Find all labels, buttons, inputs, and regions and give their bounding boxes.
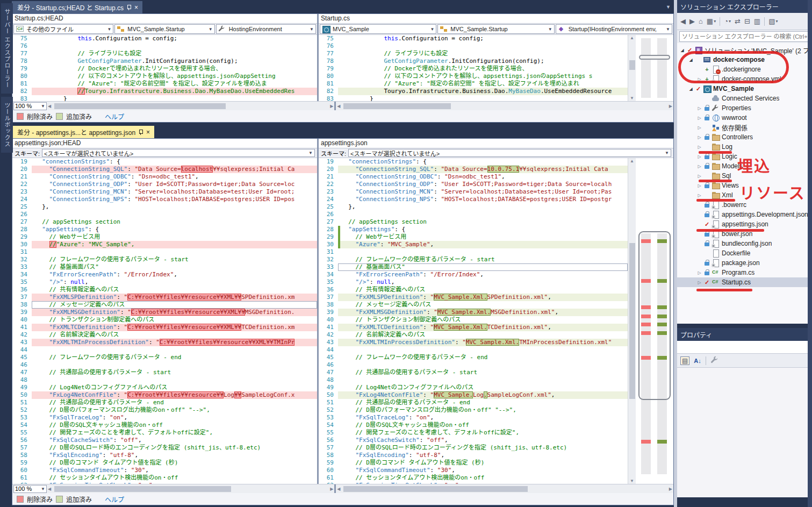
tree-item-.bowerrc[interactable]: .bowerrc [677, 200, 812, 210]
tab-server-explorer[interactable]: サーバー エクスプローラー [1, 3, 13, 94]
code-line[interactable]: 58 "FxSqlEncoding": "utf-8", [319, 452, 628, 459]
code-line[interactable]: 41 "FxXMLTCDefinition": "MVC_Sample.Xml.… [319, 324, 628, 331]
left-horizontal-scrollbar[interactable]: ◀▶ [48, 102, 333, 110]
code-line[interactable]: 58 "FxSqlEncoding": "utf-8", [12, 452, 317, 459]
tree-item-docker-compose.yml[interactable]: ▷+docker-compose.yml [677, 74, 812, 84]
search-input[interactable] [679, 31, 810, 42]
expander-icon[interactable]: ▷ [696, 193, 702, 198]
navigation-combo[interactable]: HostingEnvironment▼ [216, 24, 316, 34]
code-line[interactable]: 44 [12, 346, 317, 354]
right-horizontal-scrollbar[interactable]: ◀▶ [337, 485, 672, 493]
code-line[interactable]: 79 // Dockerで埋め込まれたリソースを使用する場合、 [319, 65, 628, 73]
chevron-down-icon[interactable]: ▼ [107, 27, 111, 32]
code-line[interactable]: 60 "FxSqlCommandTimeout": "30", [12, 467, 317, 474]
expander-icon[interactable]: ▷ [696, 270, 702, 275]
diff-map-viewport[interactable] [638, 231, 671, 400]
code-line[interactable]: 20 "ConnectionString_SQL": "Data Source=… [319, 166, 628, 173]
diff-map-lens[interactable] [639, 55, 670, 60]
expander-icon[interactable]: ▷ [696, 77, 702, 82]
scroll-down-icon[interactable]: ▼ [628, 96, 636, 101]
code-line[interactable]: 80 // 以下のコメントアウトを解除し、appsettings.jsonのap… [12, 73, 317, 80]
tree-item-startup.cs[interactable]: ▷✓Startup.cs [677, 277, 812, 287]
code-line[interactable]: 55 // 開発フェーズのことを考慮して、デフォルトoffに設定", [12, 429, 317, 437]
sort-alphabetical-icon[interactable]: A↓ [694, 358, 701, 364]
zoom-level-select[interactable]: 100 %▼ [13, 485, 47, 493]
tab-toolbox[interactable]: ツールボックス [1, 97, 13, 153]
chevron-down-icon[interactable]: ▼ [310, 27, 314, 32]
tree-item-views[interactable]: ▷Views [677, 181, 812, 190]
chevron-down-icon[interactable]: ▼ [548, 27, 552, 32]
code-line[interactable]: 30 "Azure": "MVC_Sample", [319, 241, 628, 248]
tree-item-dockerfile[interactable]: Dockerfile [677, 248, 812, 258]
code-line[interactable]: 79 // Dockerで埋め込まれたリソースを使用する場合、 [12, 65, 317, 73]
code-line[interactable]: 47 // 共通部品の使用するパラメータ - start [319, 369, 628, 376]
code-line[interactable]: 56 "FxSqlCacheSwitch": "off", [12, 437, 317, 444]
code-line[interactable]: 24 "ConnectionString_NPS": "HOST=localho… [319, 196, 628, 203]
code-line[interactable]: 29 // Webサービス用 [319, 233, 628, 241]
code-line[interactable]: 49 // Log4Netのコンフィグファイルへのパス [12, 384, 317, 391]
code-line[interactable]: 81 // "Azure": "既定の名前空間" を指定し、設定ファイルを埋め込… [319, 80, 628, 88]
diff-overview-map[interactable] [636, 35, 673, 101]
code-line[interactable]: 28 "appSettings": { [319, 226, 628, 233]
vertical-scrollbar[interactable]: ▲ ▼ [628, 158, 636, 484]
tree-item-program.cs[interactable]: ▷Program.cs [677, 268, 812, 277]
code-line[interactable]: 75 this.Configuration = config; [12, 35, 317, 42]
code-line[interactable]: 51 // 共通部品の使用するパラメータ - end [12, 399, 317, 406]
code-line[interactable]: 52 // D層のパフォーマンスログ出力機能のon・off" "-->", [319, 406, 628, 414]
expander-icon[interactable]: ◢ [679, 48, 685, 53]
code-line[interactable]: 77 // ライブラリにも設定 [319, 50, 628, 58]
tree-item-package.json[interactable]: package.json [677, 258, 812, 268]
code-line[interactable]: 37 "FxXMLSPDefinition": "MVC_Sample.Xml.… [319, 294, 628, 301]
pending-changes-filter-icon[interactable]: ◔▾ [724, 17, 731, 25]
expander-icon[interactable]: ▷ [696, 116, 702, 120]
code-line[interactable]: 54 // D層のSQL文キャッシュ機能のon・off [12, 422, 317, 429]
tree-item-appsettings.development.json[interactable]: appsettings.Development.json [677, 210, 812, 219]
code-line[interactable]: 76 [12, 42, 317, 50]
code-line[interactable]: 42 // 名前解決定義へのパス [12, 331, 317, 339]
tab-appsettings-diff[interactable]: 差分 - appsettings.js...と appsettings.json… [12, 126, 154, 138]
code-line[interactable]: 62 "FxSessionTimeOutCheck": "on" [12, 482, 317, 484]
tree-item-sql[interactable]: ▷Sql [677, 171, 812, 181]
code-line[interactable]: 55 // 開発フェーズのことを考慮して、デフォルトoffに設定", [319, 429, 628, 437]
code-line[interactable]: 45 // フレームワークの使用するパラメータ - end [12, 354, 317, 361]
code-line[interactable]: 83 } [319, 95, 628, 101]
code-line[interactable]: 31 [319, 248, 628, 256]
code-line[interactable]: 76 [319, 42, 628, 50]
code-editor-appsettings[interactable]: 19 "connectionStrings": {20 "ConnectionS… [319, 158, 628, 484]
right-horizontal-scrollbar[interactable]: ◀▶ [337, 102, 672, 110]
collapse-all-icon[interactable]: ⊟ [744, 17, 750, 25]
code-line[interactable]: 30 //"Azure": "MVC_Sample", [12, 241, 317, 248]
scroll-up-icon[interactable]: ▲ [628, 159, 636, 163]
code-editor-startup-head[interactable]: 75 this.Configuration = config;7677 // ラ… [12, 35, 317, 101]
code-line[interactable]: 82 //Touryo.Infrastructure.Business.Dao.… [12, 88, 317, 95]
code-line[interactable]: 40 // トランザクション制御定義へのパス [319, 316, 628, 324]
tree-item-xml[interactable]: ▷Xml [677, 190, 812, 200]
scroll-down-icon[interactable]: ▼ [628, 479, 636, 483]
code-line[interactable]: 62 "FxSessionTimeOutCheck": "on" [319, 482, 628, 484]
expander-icon[interactable]: ▷ [696, 183, 702, 188]
code-line[interactable]: 78 GetConfigParameter.InitConfiguration(… [12, 58, 317, 65]
code-line[interactable]: 20 "ConnectionString_SQL": "Data Source=… [12, 166, 317, 173]
code-line[interactable]: 53 "FxSqlTraceLog": "on", [319, 414, 628, 422]
code-line[interactable]: 32 // フレームワークの使用するパラメータ - start [319, 256, 628, 263]
code-line[interactable]: 50 "FxLog4NetConfFile": "C:¥¥root¥¥files… [12, 391, 317, 399]
diff-map-added-mark[interactable] [657, 440, 667, 444]
close-icon[interactable]: × [134, 4, 138, 11]
switch-views-icon[interactable]: ▦▾ [707, 17, 716, 25]
code-line[interactable]: 21 "ConnectionString_ODBC": "Dsn=odbc_te… [12, 173, 317, 181]
properties-object-select[interactable] [677, 341, 812, 354]
code-line[interactable]: 45 // フレームワークの使用するパラメータ - end [319, 354, 628, 361]
code-line[interactable]: 56 "FxSqlCacheSwitch": "off", [319, 437, 628, 444]
code-line[interactable]: 38 // メッセージ定義へのパス [319, 301, 628, 309]
code-line[interactable]: 48 [319, 376, 628, 384]
code-line[interactable]: 50 "FxLog4NetConfFile": "MVC_Sample.Log.… [319, 391, 628, 399]
code-line[interactable]: 22 "ConnectionString_ODP": "User Id=SCOT… [319, 181, 628, 188]
code-line[interactable]: 49 // Log4Netのコンフィグファイルへのパス [319, 384, 628, 391]
code-line[interactable]: 25 }, [12, 203, 317, 211]
solution-explorer-title[interactable]: ソリューション エクスプローラー [677, 0, 812, 13]
code-line[interactable]: 41 "FxXMLTCDefinition": "C:¥¥root¥¥files… [12, 324, 317, 331]
expander-icon[interactable]: ▷ [696, 135, 702, 140]
navigation-combo[interactable]: Startup(IHostingEnvironment env,▼ [556, 24, 672, 34]
code-line[interactable]: 59 // D層のコマンド タイムアウト値を指定 (秒) [12, 459, 317, 467]
code-line[interactable]: 48 [12, 376, 317, 384]
